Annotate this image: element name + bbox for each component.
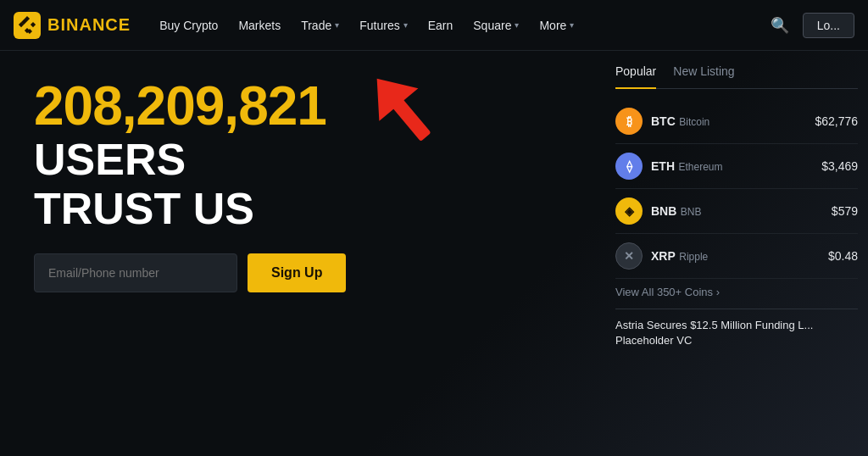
btc-price: $62,776 — [815, 114, 858, 128]
search-button[interactable]: 🔍 — [764, 9, 796, 42]
xrp-info: XRP Ripple — [651, 248, 820, 264]
eth-info: ETH Ethereum — [651, 158, 813, 174]
coin-row-bnb[interactable]: ◈ BNB BNB $579 — [615, 189, 858, 234]
tab-popular[interactable]: Popular — [615, 64, 656, 89]
xrp-price: $0.48 — [828, 249, 858, 263]
hero-subtitle: USERS TRUST US — [34, 136, 571, 232]
chevron-down-icon: ▾ — [515, 20, 519, 30]
nav-links: Buy Crypto Markets Trade ▾ Futures ▾ Ear… — [151, 12, 764, 39]
navbar: BINANCE Buy Crypto Markets Trade ▾ Futur… — [0, 0, 868, 51]
news-headline: Astria Secures $12.5 Million Funding L..… — [615, 318, 858, 348]
nav-markets[interactable]: Markets — [230, 12, 289, 39]
email-input[interactable] — [34, 253, 237, 292]
nav-square[interactable]: Square ▾ — [465, 12, 527, 39]
signup-row: Sign Up — [34, 253, 571, 292]
chevron-down-icon: ▾ — [570, 20, 574, 30]
eth-icon: ⟠ — [615, 153, 643, 180]
chevron-down-icon: ▾ — [403, 20, 408, 30]
login-button[interactable]: Lo... — [803, 13, 854, 38]
news-section: Astria Secures $12.5 Million Funding L..… — [615, 309, 858, 348]
main-content: 208,209,821 USERS TRUST US Sign Up — [0, 51, 868, 456]
bnb-info: BNB BNB — [651, 203, 823, 219]
signup-button[interactable]: Sign Up — [248, 253, 346, 292]
tab-new-listing[interactable]: New Listing — [673, 64, 734, 81]
nav-buy-crypto[interactable]: Buy Crypto — [151, 12, 226, 39]
logo[interactable]: BINANCE — [14, 12, 131, 39]
search-icon: 🔍 — [771, 17, 789, 34]
nav-right: 🔍 Lo... — [764, 9, 854, 42]
coin-row-eth[interactable]: ⟠ ETH Ethereum $3,469 — [615, 144, 858, 189]
coin-row-btc[interactable]: ₿ BTC Bitcoin $62,776 — [615, 99, 858, 144]
hero-section: 208,209,821 USERS TRUST US Sign Up — [0, 51, 605, 456]
xrp-icon: ✕ — [615, 242, 643, 270]
btc-info: BTC Bitcoin — [651, 114, 806, 129]
nav-futures[interactable]: Futures ▾ — [351, 12, 415, 39]
nav-earn[interactable]: Earn — [420, 12, 462, 39]
logo-text: BINANCE — [47, 15, 131, 35]
coin-row-xrp[interactable]: ✕ XRP Ripple $0.48 — [615, 234, 858, 279]
btc-icon: ₿ — [615, 108, 643, 135]
eth-price: $3,469 — [821, 159, 858, 173]
nav-more[interactable]: More ▾ — [531, 12, 582, 39]
bnb-icon: ◈ — [615, 197, 643, 225]
user-count: 208,209,821 — [34, 76, 571, 136]
nav-trade[interactable]: Trade ▾ — [292, 12, 348, 39]
binance-logo-icon — [14, 12, 41, 39]
bnb-price: $579 — [832, 204, 858, 218]
coin-list: ₿ BTC Bitcoin $62,776 ⟠ ETH Ethereum $3,… — [615, 99, 858, 279]
chevron-down-icon: ▾ — [335, 20, 339, 30]
view-all-coins[interactable]: View All 350+ Coins › — [615, 286, 858, 298]
market-panel: Popular New Listing ₿ BTC Bitcoin $62,77… — [605, 51, 868, 456]
svg-rect-0 — [14, 12, 41, 39]
market-tabs: Popular New Listing — [615, 64, 858, 89]
